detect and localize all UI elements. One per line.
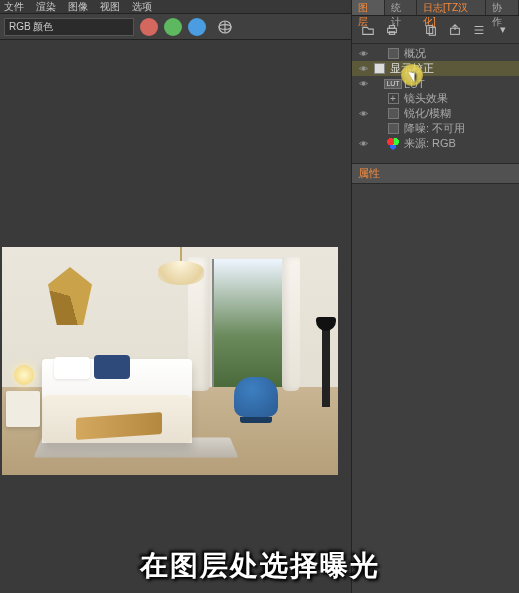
- properties-header[interactable]: 属性: [352, 163, 519, 184]
- visibility-eye-icon[interactable]: [356, 77, 370, 91]
- rgb-source-icon: [386, 138, 400, 150]
- box-icon: [386, 108, 400, 120]
- channel-red-button[interactable]: [140, 18, 158, 36]
- layer-label: 来源: RGB: [404, 136, 519, 151]
- svg-point-10: [362, 52, 365, 55]
- check-box-icon: [372, 63, 386, 75]
- svg-rect-5: [389, 25, 394, 28]
- layer-label: 镜头效果: [404, 91, 519, 106]
- layer-row-source[interactable]: 来源: RGB: [352, 136, 519, 151]
- add-plus-icon: +: [386, 93, 400, 105]
- layer-row-denoise[interactable]: 降噪: 不可用: [352, 121, 519, 136]
- menu-image[interactable]: 图像: [68, 0, 88, 14]
- menu-view[interactable]: 视图: [100, 0, 120, 14]
- tab-collab[interactable]: 协作: [486, 0, 519, 15]
- video-caption: 在图层处选择曝光: [0, 547, 519, 585]
- globe-icon[interactable]: [214, 16, 236, 38]
- colormode-label: RGB 颜色: [9, 20, 53, 34]
- layer-row-sharpen-blur[interactable]: 锐化/模糊: [352, 106, 519, 121]
- layer-label: 显示校正: [390, 61, 519, 76]
- tab-stats[interactable]: 统计: [385, 0, 418, 15]
- layer-tree: 概况 显示校正 LUT LUT + 镜头效果 锐化/模糊: [352, 44, 519, 153]
- svg-point-12: [362, 82, 365, 85]
- copy-icon[interactable]: [421, 20, 441, 40]
- menu-render[interactable]: 渲染: [36, 0, 56, 14]
- print-icon[interactable]: [382, 20, 402, 40]
- colormode-dropdown[interactable]: RGB 颜色: [4, 18, 134, 36]
- visibility-eye-icon[interactable]: [356, 62, 370, 76]
- svg-point-14: [362, 142, 365, 145]
- visibility-eye-icon[interactable]: [356, 107, 370, 121]
- layer-label: 降噪: 不可用: [404, 121, 519, 136]
- layer-row-overview[interactable]: 概况: [352, 46, 519, 61]
- layer-label: 概况: [404, 46, 519, 61]
- lut-badge-icon: LUT: [386, 78, 400, 90]
- viewport[interactable]: [0, 40, 351, 593]
- tab-layers[interactable]: 图层: [352, 0, 385, 15]
- menu-options[interactable]: 选项: [132, 0, 152, 14]
- layer-row-lens-effect[interactable]: + 镜头效果: [352, 91, 519, 106]
- dropdown-arrow-icon[interactable]: ▾: [493, 20, 513, 40]
- open-icon[interactable]: [358, 20, 378, 40]
- layer-row-lut[interactable]: LUT LUT: [352, 76, 519, 91]
- export-icon[interactable]: [445, 20, 465, 40]
- box-icon: [386, 123, 400, 135]
- svg-point-11: [362, 67, 365, 70]
- layer-label: LUT: [404, 78, 519, 90]
- visibility-eye-icon[interactable]: [356, 47, 370, 61]
- channel-blue-button[interactable]: [188, 18, 206, 36]
- visibility-eye-icon[interactable]: [356, 137, 370, 151]
- menu-file[interactable]: 文件: [4, 0, 24, 14]
- channel-green-button[interactable]: [164, 18, 182, 36]
- render-canvas: [2, 247, 338, 475]
- list-icon[interactable]: [469, 20, 489, 40]
- layer-row-display-correction[interactable]: 显示校正: [352, 61, 519, 76]
- layer-label: 锐化/模糊: [404, 106, 519, 121]
- tab-log[interactable]: 日志[TZ汉化]: [417, 0, 486, 15]
- svg-point-13: [362, 112, 365, 115]
- folder-icon: [386, 48, 400, 60]
